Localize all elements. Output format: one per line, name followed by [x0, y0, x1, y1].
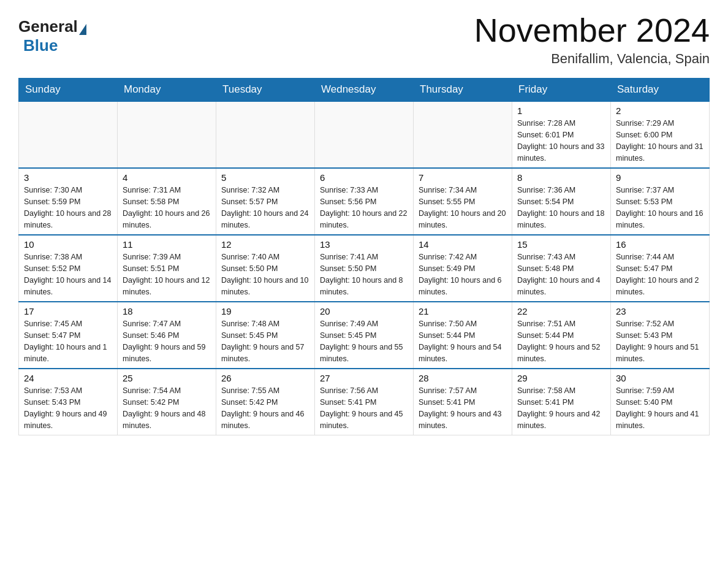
- day-info: Sunrise: 7:31 AMSunset: 5:58 PMDaylight:…: [123, 185, 211, 231]
- day-info: Sunrise: 7:53 AMSunset: 5:43 PMDaylight:…: [24, 385, 112, 431]
- day-info: Sunrise: 7:59 AMSunset: 5:40 PMDaylight:…: [616, 385, 704, 431]
- day-info: Sunrise: 7:32 AMSunset: 5:57 PMDaylight:…: [221, 185, 309, 231]
- day-number: 6: [320, 172, 408, 183]
- calendar-cell: 16Sunrise: 7:44 AMSunset: 5:47 PMDayligh…: [611, 235, 710, 302]
- calendar-week-row: 3Sunrise: 7:30 AMSunset: 5:59 PMDaylight…: [19, 168, 710, 235]
- day-info: Sunrise: 7:37 AMSunset: 5:53 PMDaylight:…: [616, 185, 704, 231]
- day-number: 10: [24, 239, 112, 250]
- day-info: Sunrise: 7:40 AMSunset: 5:50 PMDaylight:…: [221, 251, 309, 297]
- calendar-cell: [414, 101, 512, 168]
- day-number: 25: [123, 373, 211, 383]
- calendar-cell: 28Sunrise: 7:57 AMSunset: 5:41 PMDayligh…: [414, 369, 512, 435]
- day-number: 30: [616, 373, 704, 383]
- title-block: November 2024 Benifallim, Valencia, Spai…: [474, 12, 710, 67]
- day-info: Sunrise: 7:52 AMSunset: 5:43 PMDaylight:…: [616, 318, 704, 364]
- day-number: 20: [320, 306, 408, 316]
- day-number: 13: [320, 239, 408, 250]
- logo-blue-text: Blue: [23, 36, 58, 55]
- weekday-header-thursday: Thursday: [414, 79, 512, 102]
- day-number: 18: [123, 306, 211, 316]
- day-info: Sunrise: 7:34 AMSunset: 5:55 PMDaylight:…: [419, 185, 507, 231]
- calendar-cell: 14Sunrise: 7:42 AMSunset: 5:49 PMDayligh…: [414, 235, 512, 302]
- weekday-header-sunday: Sunday: [19, 79, 118, 102]
- weekday-header-row: SundayMondayTuesdayWednesdayThursdayFrid…: [19, 79, 710, 102]
- calendar-cell: 24Sunrise: 7:53 AMSunset: 5:43 PMDayligh…: [19, 369, 118, 435]
- day-info: Sunrise: 7:39 AMSunset: 5:51 PMDaylight:…: [123, 251, 211, 297]
- day-number: 1: [517, 105, 605, 116]
- weekday-header-friday: Friday: [512, 79, 611, 102]
- calendar-cell: 25Sunrise: 7:54 AMSunset: 5:42 PMDayligh…: [118, 369, 216, 435]
- weekday-header-wednesday: Wednesday: [315, 79, 414, 102]
- day-number: 2: [616, 105, 704, 116]
- logo-triangle-icon: [79, 24, 86, 35]
- day-number: 12: [221, 239, 309, 250]
- logo: General Blue: [18, 17, 88, 55]
- weekday-header-saturday: Saturday: [611, 79, 710, 102]
- day-info: Sunrise: 7:51 AMSunset: 5:44 PMDaylight:…: [517, 318, 605, 364]
- day-info: Sunrise: 7:45 AMSunset: 5:47 PMDaylight:…: [24, 318, 112, 364]
- calendar-cell: 10Sunrise: 7:38 AMSunset: 5:52 PMDayligh…: [19, 235, 118, 302]
- day-info: Sunrise: 7:44 AMSunset: 5:47 PMDaylight:…: [616, 251, 704, 297]
- day-number: 7: [419, 172, 507, 183]
- weekday-header-monday: Monday: [118, 79, 216, 102]
- day-info: Sunrise: 7:42 AMSunset: 5:49 PMDaylight:…: [419, 251, 507, 297]
- calendar-cell: 22Sunrise: 7:51 AMSunset: 5:44 PMDayligh…: [512, 302, 611, 369]
- day-number: 22: [517, 306, 605, 316]
- location-title: Benifallim, Valencia, Spain: [474, 51, 710, 67]
- day-info: Sunrise: 7:54 AMSunset: 5:42 PMDaylight:…: [123, 385, 211, 431]
- day-info: Sunrise: 7:41 AMSunset: 5:50 PMDaylight:…: [320, 251, 408, 297]
- day-number: 3: [24, 172, 112, 183]
- day-info: Sunrise: 7:50 AMSunset: 5:44 PMDaylight:…: [419, 318, 507, 364]
- calendar-cell: 7Sunrise: 7:34 AMSunset: 5:55 PMDaylight…: [414, 168, 512, 235]
- calendar-cell: 17Sunrise: 7:45 AMSunset: 5:47 PMDayligh…: [19, 302, 118, 369]
- calendar-cell: 8Sunrise: 7:36 AMSunset: 5:54 PMDaylight…: [512, 168, 611, 235]
- calendar-cell: 6Sunrise: 7:33 AMSunset: 5:56 PMDaylight…: [315, 168, 414, 235]
- day-number: 19: [221, 306, 309, 316]
- day-number: 4: [123, 172, 211, 183]
- calendar-cell: [315, 101, 414, 168]
- day-number: 14: [419, 239, 507, 250]
- day-number: 9: [616, 172, 704, 183]
- day-info: Sunrise: 7:47 AMSunset: 5:46 PMDaylight:…: [123, 318, 211, 364]
- day-number: 24: [24, 373, 112, 383]
- day-number: 11: [123, 239, 211, 250]
- day-info: Sunrise: 7:33 AMSunset: 5:56 PMDaylight:…: [320, 185, 408, 231]
- logo-general-text: General: [18, 17, 78, 36]
- day-info: Sunrise: 7:55 AMSunset: 5:42 PMDaylight:…: [221, 385, 309, 431]
- day-number: 26: [221, 373, 309, 383]
- calendar-week-row: 24Sunrise: 7:53 AMSunset: 5:43 PMDayligh…: [19, 369, 710, 435]
- calendar-cell: 9Sunrise: 7:37 AMSunset: 5:53 PMDaylight…: [611, 168, 710, 235]
- day-number: 17: [24, 306, 112, 316]
- weekday-header-tuesday: Tuesday: [216, 79, 315, 102]
- calendar-cell: 12Sunrise: 7:40 AMSunset: 5:50 PMDayligh…: [216, 235, 315, 302]
- calendar-cell: 30Sunrise: 7:59 AMSunset: 5:40 PMDayligh…: [611, 369, 710, 435]
- calendar-cell: 19Sunrise: 7:48 AMSunset: 5:45 PMDayligh…: [216, 302, 315, 369]
- day-number: 29: [517, 373, 605, 383]
- calendar-cell: 20Sunrise: 7:49 AMSunset: 5:45 PMDayligh…: [315, 302, 414, 369]
- day-info: Sunrise: 7:57 AMSunset: 5:41 PMDaylight:…: [419, 385, 507, 431]
- day-number: 15: [517, 239, 605, 250]
- day-info: Sunrise: 7:38 AMSunset: 5:52 PMDaylight:…: [24, 251, 112, 297]
- calendar-week-row: 10Sunrise: 7:38 AMSunset: 5:52 PMDayligh…: [19, 235, 710, 302]
- calendar-cell: 18Sunrise: 7:47 AMSunset: 5:46 PMDayligh…: [118, 302, 216, 369]
- calendar-cell: 15Sunrise: 7:43 AMSunset: 5:48 PMDayligh…: [512, 235, 611, 302]
- day-info: Sunrise: 7:56 AMSunset: 5:41 PMDaylight:…: [320, 385, 408, 431]
- day-info: Sunrise: 7:29 AMSunset: 6:00 PMDaylight:…: [616, 118, 704, 164]
- day-info: Sunrise: 7:49 AMSunset: 5:45 PMDaylight:…: [320, 318, 408, 364]
- day-number: 16: [616, 239, 704, 250]
- calendar-cell: [216, 101, 315, 168]
- day-number: 27: [320, 373, 408, 383]
- calendar-cell: 5Sunrise: 7:32 AMSunset: 5:57 PMDaylight…: [216, 168, 315, 235]
- day-number: 28: [419, 373, 507, 383]
- calendar-cell: 2Sunrise: 7:29 AMSunset: 6:00 PMDaylight…: [611, 101, 710, 168]
- calendar-cell: 21Sunrise: 7:50 AMSunset: 5:44 PMDayligh…: [414, 302, 512, 369]
- month-title: November 2024: [474, 12, 710, 48]
- calendar-cell: 13Sunrise: 7:41 AMSunset: 5:50 PMDayligh…: [315, 235, 414, 302]
- calendar-cell: 11Sunrise: 7:39 AMSunset: 5:51 PMDayligh…: [118, 235, 216, 302]
- calendar-table: SundayMondayTuesdayWednesdayThursdayFrid…: [18, 78, 710, 435]
- calendar-cell: 4Sunrise: 7:31 AMSunset: 5:58 PMDaylight…: [118, 168, 216, 235]
- day-number: 23: [616, 306, 704, 316]
- day-number: 21: [419, 306, 507, 316]
- calendar-cell: 27Sunrise: 7:56 AMSunset: 5:41 PMDayligh…: [315, 369, 414, 435]
- calendar-week-row: 1Sunrise: 7:28 AMSunset: 6:01 PMDaylight…: [19, 101, 710, 168]
